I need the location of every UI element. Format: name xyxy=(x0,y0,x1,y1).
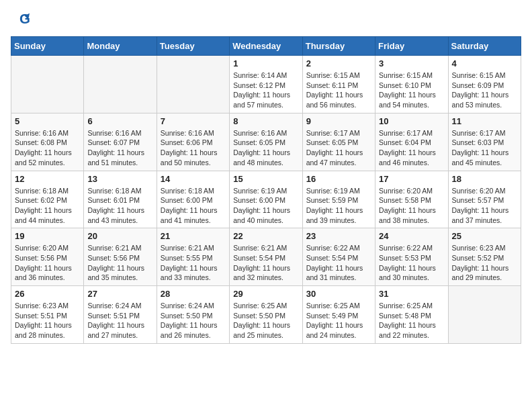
day-info: Sunrise: 6:16 AM Sunset: 6:08 PM Dayligh… xyxy=(15,128,80,168)
day-info: Sunrise: 6:24 AM Sunset: 5:51 PM Dayligh… xyxy=(87,301,152,340)
calendar-week-row: 12Sunrise: 6:18 AM Sunset: 6:02 PM Dayli… xyxy=(11,171,521,228)
day-number: 18 xyxy=(452,174,517,184)
calendar-cell: 15Sunrise: 6:19 AM Sunset: 6:00 PM Dayli… xyxy=(230,171,302,228)
day-of-week-header: Monday xyxy=(84,37,157,56)
day-info: Sunrise: 6:25 AM Sunset: 5:50 PM Dayligh… xyxy=(233,301,298,340)
calendar-cell: 20Sunrise: 6:21 AM Sunset: 5:56 PM Dayli… xyxy=(84,228,157,286)
calendar-cell: 14Sunrise: 6:18 AM Sunset: 6:00 PM Dayli… xyxy=(157,171,229,228)
day-of-week-header: Thursday xyxy=(302,37,375,56)
day-info: Sunrise: 6:23 AM Sunset: 5:52 PM Dayligh… xyxy=(452,243,517,283)
day-info: Sunrise: 6:20 AM Sunset: 5:56 PM Dayligh… xyxy=(15,243,80,283)
calendar-cell: 30Sunrise: 6:25 AM Sunset: 5:49 PM Dayli… xyxy=(302,286,375,344)
day-number: 7 xyxy=(161,116,226,126)
calendar-cell: 7Sunrise: 6:16 AM Sunset: 6:06 PM Daylig… xyxy=(157,113,229,171)
day-info: Sunrise: 6:17 AM Sunset: 6:04 PM Dayligh… xyxy=(379,128,444,168)
calendar-cell: 21Sunrise: 6:21 AM Sunset: 5:55 PM Dayli… xyxy=(157,228,229,286)
calendar-cell: 27Sunrise: 6:24 AM Sunset: 5:51 PM Dayli… xyxy=(84,286,157,344)
calendar-cell xyxy=(157,56,229,113)
day-info: Sunrise: 6:16 AM Sunset: 6:06 PM Dayligh… xyxy=(161,128,226,168)
day-number: 31 xyxy=(379,289,444,299)
day-number: 14 xyxy=(161,174,226,184)
day-info: Sunrise: 6:23 AM Sunset: 5:51 PM Dayligh… xyxy=(15,301,80,340)
calendar-week-row: 1Sunrise: 6:14 AM Sunset: 6:12 PM Daylig… xyxy=(11,56,521,113)
day-info: Sunrise: 6:24 AM Sunset: 5:50 PM Dayligh… xyxy=(161,301,226,340)
calendar-cell: 4Sunrise: 6:15 AM Sunset: 6:09 PM Daylig… xyxy=(448,56,521,113)
day-number: 3 xyxy=(379,58,444,68)
day-number: 10 xyxy=(379,116,444,126)
calendar-cell: 16Sunrise: 6:19 AM Sunset: 5:59 PM Dayli… xyxy=(302,171,375,228)
day-number: 22 xyxy=(233,231,298,241)
day-number: 17 xyxy=(379,174,444,184)
day-number: 9 xyxy=(306,116,371,126)
calendar-cell: 19Sunrise: 6:20 AM Sunset: 5:56 PM Dayli… xyxy=(11,228,84,286)
calendar-cell: 6Sunrise: 6:16 AM Sunset: 6:07 PM Daylig… xyxy=(84,113,157,171)
day-number: 20 xyxy=(87,231,152,241)
calendar-cell: 25Sunrise: 6:23 AM Sunset: 5:52 PM Dayli… xyxy=(448,228,521,286)
calendar-cell: 3Sunrise: 6:15 AM Sunset: 6:10 PM Daylig… xyxy=(375,56,448,113)
day-info: Sunrise: 6:18 AM Sunset: 6:00 PM Dayligh… xyxy=(161,186,226,226)
day-of-week-header: Friday xyxy=(375,37,448,56)
day-info: Sunrise: 6:22 AM Sunset: 5:53 PM Dayligh… xyxy=(379,243,444,283)
day-info: Sunrise: 6:15 AM Sunset: 6:10 PM Dayligh… xyxy=(379,71,444,110)
day-number: 13 xyxy=(87,174,152,184)
day-number: 1 xyxy=(233,58,298,68)
day-number: 19 xyxy=(15,231,80,241)
calendar-cell: 26Sunrise: 6:23 AM Sunset: 5:51 PM Dayli… xyxy=(11,286,84,344)
day-number: 23 xyxy=(306,231,371,241)
calendar-cell: 1Sunrise: 6:14 AM Sunset: 6:12 PM Daylig… xyxy=(230,56,302,113)
calendar-cell: 5Sunrise: 6:16 AM Sunset: 6:08 PM Daylig… xyxy=(11,113,84,171)
day-number: 2 xyxy=(306,58,371,68)
day-number: 4 xyxy=(452,58,517,68)
calendar-cell: 2Sunrise: 6:15 AM Sunset: 6:11 PM Daylig… xyxy=(302,56,375,113)
day-info: Sunrise: 6:15 AM Sunset: 6:11 PM Dayligh… xyxy=(306,71,371,110)
day-number: 25 xyxy=(452,231,517,241)
calendar-cell: 17Sunrise: 6:20 AM Sunset: 5:58 PM Dayli… xyxy=(375,171,448,228)
day-info: Sunrise: 6:21 AM Sunset: 5:56 PM Dayligh… xyxy=(87,243,152,283)
day-number: 27 xyxy=(87,289,152,299)
calendar-cell: 10Sunrise: 6:17 AM Sunset: 6:04 PM Dayli… xyxy=(375,113,448,171)
day-number: 15 xyxy=(233,174,298,184)
calendar-cell: 24Sunrise: 6:22 AM Sunset: 5:53 PM Dayli… xyxy=(375,228,448,286)
day-number: 28 xyxy=(161,289,226,299)
calendar-cell: 13Sunrise: 6:18 AM Sunset: 6:01 PM Dayli… xyxy=(84,171,157,228)
day-info: Sunrise: 6:25 AM Sunset: 5:49 PM Dayligh… xyxy=(306,301,371,340)
day-info: Sunrise: 6:14 AM Sunset: 6:12 PM Dayligh… xyxy=(233,71,298,110)
day-of-week-header: Sunday xyxy=(11,37,84,56)
day-info: Sunrise: 6:20 AM Sunset: 5:57 PM Dayligh… xyxy=(452,186,517,226)
calendar-cell xyxy=(11,56,84,113)
day-info: Sunrise: 6:16 AM Sunset: 6:07 PM Dayligh… xyxy=(87,128,152,168)
day-number: 26 xyxy=(15,289,80,299)
calendar-cell: 9Sunrise: 6:17 AM Sunset: 6:05 PM Daylig… xyxy=(302,113,375,171)
day-info: Sunrise: 6:19 AM Sunset: 6:00 PM Dayligh… xyxy=(233,186,298,226)
calendar-cell: 22Sunrise: 6:21 AM Sunset: 5:54 PM Dayli… xyxy=(230,228,302,286)
page-header: G xyxy=(11,11,521,30)
calendar-week-row: 26Sunrise: 6:23 AM Sunset: 5:51 PM Dayli… xyxy=(11,286,521,344)
calendar-cell xyxy=(84,56,157,113)
logo-icon: G xyxy=(11,11,30,30)
calendar-cell: 18Sunrise: 6:20 AM Sunset: 5:57 PM Dayli… xyxy=(448,171,521,228)
day-number: 5 xyxy=(15,116,80,126)
day-number: 24 xyxy=(379,231,444,241)
day-info: Sunrise: 6:22 AM Sunset: 5:54 PM Dayligh… xyxy=(306,243,371,283)
day-info: Sunrise: 6:21 AM Sunset: 5:55 PM Dayligh… xyxy=(161,243,226,283)
day-info: Sunrise: 6:18 AM Sunset: 6:02 PM Dayligh… xyxy=(15,186,80,226)
day-number: 11 xyxy=(452,116,517,126)
calendar-week-row: 19Sunrise: 6:20 AM Sunset: 5:56 PM Dayli… xyxy=(11,228,521,286)
day-of-week-header: Tuesday xyxy=(157,37,229,56)
day-number: 30 xyxy=(306,289,371,299)
day-info: Sunrise: 6:17 AM Sunset: 6:03 PM Dayligh… xyxy=(452,128,517,168)
day-info: Sunrise: 6:20 AM Sunset: 5:58 PM Dayligh… xyxy=(379,186,444,226)
day-info: Sunrise: 6:17 AM Sunset: 6:05 PM Dayligh… xyxy=(306,128,371,168)
calendar-cell: 28Sunrise: 6:24 AM Sunset: 5:50 PM Dayli… xyxy=(157,286,229,344)
logo: G xyxy=(11,11,32,30)
day-info: Sunrise: 6:16 AM Sunset: 6:05 PM Dayligh… xyxy=(233,128,298,168)
day-info: Sunrise: 6:21 AM Sunset: 5:54 PM Dayligh… xyxy=(233,243,298,283)
calendar-cell: 31Sunrise: 6:25 AM Sunset: 5:48 PM Dayli… xyxy=(375,286,448,344)
calendar-table: SundayMondayTuesdayWednesdayThursdayFrid… xyxy=(11,36,521,344)
day-number: 8 xyxy=(233,116,298,126)
day-info: Sunrise: 6:15 AM Sunset: 6:09 PM Dayligh… xyxy=(452,71,517,110)
day-info: Sunrise: 6:18 AM Sunset: 6:01 PM Dayligh… xyxy=(87,186,152,226)
day-info: Sunrise: 6:25 AM Sunset: 5:48 PM Dayligh… xyxy=(379,301,444,340)
day-number: 6 xyxy=(87,116,152,126)
calendar-header-row: SundayMondayTuesdayWednesdayThursdayFrid… xyxy=(11,37,521,56)
